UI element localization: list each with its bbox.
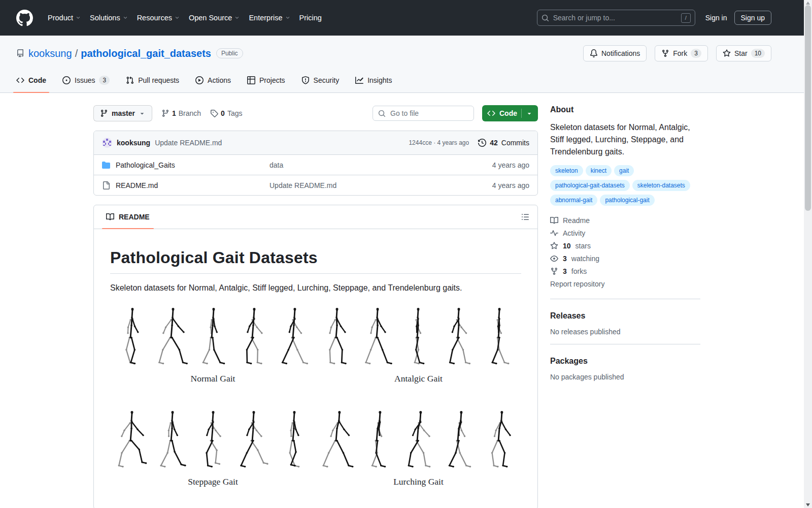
book-icon	[106, 213, 114, 221]
readme-header: README	[94, 205, 537, 229]
github-repo-page: Product Solutions Resources Open Source …	[0, 0, 804, 508]
file-icon	[102, 181, 110, 189]
tab-pull-requests[interactable]: Pull requests	[118, 68, 187, 92]
sign-up-button[interactable]: Sign up	[734, 11, 771, 25]
topic-list: skeleton kinect gait pathological-gait-d…	[550, 165, 700, 206]
tags-link[interactable]: 0 Tags	[210, 109, 242, 117]
fork-button[interactable]: Fork 3	[655, 45, 708, 61]
file-tree-box: kooksung Update README.md 1244cce · 4 ye…	[93, 131, 538, 196]
play-icon	[195, 76, 204, 84]
figure-caption: Antalgic Gait	[316, 373, 521, 384]
about-title: About	[550, 105, 700, 114]
repo-tabs: Code Issues 3 Pull requests Actions Proj…	[0, 68, 804, 92]
readme-title: Pathological Gait Datasets	[110, 248, 521, 274]
github-logo-icon[interactable]	[16, 10, 33, 26]
global-search-input[interactable]: Search or jump to... /	[537, 10, 695, 26]
repo-sidebar: About Skeleton datasets for Normal, Anta…	[550, 105, 700, 381]
slash-key-hint: /	[681, 13, 691, 23]
notifications-button[interactable]: Notifications	[583, 45, 647, 61]
repo-actions: Notifications Fork 3 Star 10	[583, 45, 771, 61]
shield-icon	[301, 76, 310, 84]
gait-figure-lurching: Lurching Gait	[316, 406, 521, 487]
chevron-down-icon	[123, 15, 128, 20]
outline-icon[interactable]	[521, 213, 529, 221]
bell-icon	[590, 49, 598, 57]
releases-empty-text: No releases published	[550, 328, 700, 336]
page-scrollbar[interactable]	[804, 0, 812, 508]
watching-stat[interactable]: 3 watching	[550, 252, 700, 265]
scrollbar-thumb[interactable]	[805, 5, 811, 211]
main-column: master 1 Branch 0 Tags	[93, 105, 538, 508]
scroll-up-arrow[interactable]	[806, 2, 810, 5]
commit-author[interactable]: kooksung	[117, 139, 150, 147]
readme-tab[interactable]: README	[102, 205, 154, 229]
nav-item-resources[interactable]: Resources	[132, 10, 184, 26]
file-commit-message[interactable]: data	[269, 161, 463, 169]
readme-content: Pathological Gait Datasets Skeleton data…	[94, 229, 537, 502]
nav-item-solutions[interactable]: Solutions	[85, 10, 132, 26]
star-count[interactable]: 10	[751, 49, 765, 58]
branches-link[interactable]: 1 Branch	[161, 109, 201, 117]
nav-item-open-source[interactable]: Open Source	[184, 10, 244, 26]
commit-sha-time[interactable]: 1244cce · 4 years ago	[409, 139, 469, 146]
tab-issues[interactable]: Issues 3	[54, 68, 118, 92]
repo-owner-link[interactable]: kooksung	[28, 48, 72, 59]
file-link[interactable]: Pathological_Gaits	[116, 161, 175, 169]
tab-insights[interactable]: Insights	[347, 68, 400, 92]
nav-item-enterprise[interactable]: Enterprise	[244, 10, 294, 26]
activity-link[interactable]: Activity	[550, 227, 700, 239]
go-to-file-input[interactable]	[389, 109, 460, 118]
topic-tag[interactable]: pathological-gait-datasets	[550, 180, 630, 191]
divider	[550, 299, 700, 299]
stars-stat[interactable]: 10 stars	[550, 239, 700, 252]
topic-tag[interactable]: skeleton-datasets	[632, 180, 690, 191]
skeleton-figures-image	[317, 406, 520, 474]
file-commit-time: 4 years ago	[463, 161, 529, 169]
commit-history-link[interactable]: 42 Commits	[478, 139, 529, 147]
figure-caption: Lurching Gait	[316, 477, 521, 487]
readme-description: Skeleton datasets for Normal, Antalgic, …	[110, 282, 521, 294]
readme-link[interactable]: Readme	[550, 214, 700, 227]
nav-item-pricing[interactable]: Pricing	[295, 10, 326, 26]
tab-code[interactable]: Code	[8, 68, 54, 92]
file-link[interactable]: README.md	[116, 181, 158, 189]
sign-in-link[interactable]: Sign in	[705, 14, 727, 22]
tab-projects[interactable]: Projects	[239, 68, 293, 92]
code-download-button[interactable]: Code	[482, 105, 538, 121]
topic-tag[interactable]: abnormal-gait	[550, 195, 597, 206]
commit-meta: 1244cce · 4 years ago 42 Commits	[409, 139, 529, 147]
fork-count[interactable]: 3	[691, 49, 701, 58]
repo-toolbar: master 1 Branch 0 Tags	[93, 105, 538, 121]
divider	[550, 344, 700, 344]
branch-selector[interactable]: master	[93, 105, 152, 121]
issues-count: 3	[99, 76, 110, 85]
breadcrumb-separator: /	[72, 48, 81, 59]
table-icon	[247, 76, 255, 84]
tag-icon	[210, 109, 218, 117]
topic-tag[interactable]: gait	[614, 165, 634, 176]
topic-tag[interactable]: kinect	[586, 165, 612, 176]
star-button[interactable]: Star 10	[716, 45, 771, 61]
about-description: Skeleton datasets for Normal, Antalgic, …	[550, 121, 700, 158]
tab-security[interactable]: Security	[293, 68, 348, 92]
repo-name-link[interactable]: pathological_gait_datasets	[81, 48, 211, 59]
topic-tag[interactable]: skeleton	[550, 165, 583, 176]
commit-message[interactable]: Update README.md	[155, 139, 222, 147]
report-repository-link[interactable]: Report repository	[550, 277, 700, 291]
issue-opened-icon	[62, 76, 71, 84]
topic-tag[interactable]: pathological-gait	[600, 195, 654, 206]
forks-stat[interactable]: 3 forks	[550, 265, 700, 277]
go-to-file-search[interactable]	[373, 106, 474, 121]
table-row[interactable]: Pathological_Gaits data 4 years ago	[94, 154, 537, 175]
repo-header: kooksung / pathological_gait_datasets Pu…	[0, 36, 804, 93]
file-commit-message[interactable]: Update README.md	[269, 181, 463, 189]
folder-icon	[102, 161, 110, 169]
scroll-down-arrow[interactable]	[806, 503, 810, 506]
skeleton-figures-image	[112, 303, 315, 371]
star-icon	[550, 242, 558, 250]
global-header: Product Solutions Resources Open Source …	[0, 0, 804, 36]
avatar[interactable]	[102, 138, 112, 148]
table-row[interactable]: README.md Update README.md 4 years ago	[94, 175, 537, 195]
nav-item-product[interactable]: Product	[43, 10, 85, 26]
tab-actions[interactable]: Actions	[187, 68, 239, 92]
